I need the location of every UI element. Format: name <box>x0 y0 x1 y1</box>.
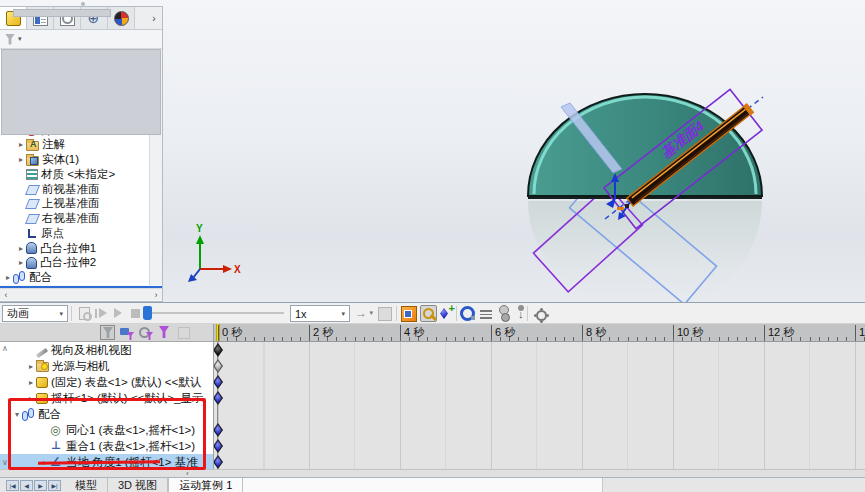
playback-speed-value: 1x <box>295 308 307 320</box>
annotations-icon <box>26 141 39 151</box>
tree-item-label: 前视基准面 <box>42 182 100 197</box>
keyframe-diamond[interactable] <box>213 359 223 373</box>
keyframe-diamond[interactable] <box>213 455 223 469</box>
gravity-button[interactable] <box>512 305 529 322</box>
expand-arrow-icon[interactable]: ▸ <box>26 362 36 371</box>
hscroll-right-arrow[interactable]: › <box>150 290 162 300</box>
keyframe-diamond[interactable] <box>213 375 223 389</box>
boss-extrude-icon <box>26 257 37 269</box>
displaymanager-icon <box>114 11 129 26</box>
tab-nav-buttons: |◀◀▶▶| <box>0 478 65 492</box>
orientation-icon <box>36 347 48 357</box>
timeline-hscroll-strip[interactable]: ‹ <box>0 469 865 477</box>
motion-study-properties-button[interactable] <box>531 305 548 322</box>
expand-arrow-icon[interactable]: ▸ <box>16 155 26 164</box>
triad-y-label: Y <box>196 223 203 234</box>
timeline-area[interactable] <box>213 342 865 470</box>
tab-3D视图[interactable]: 3D 视图 <box>108 478 168 492</box>
tree-item-label: 上视基准面 <box>42 197 100 212</box>
calculate-button[interactable] <box>76 305 92 321</box>
motion-toolbar: 动画 ▾ 1x ▾ <box>0 303 865 324</box>
playback-mode-button[interactable] <box>354 305 371 322</box>
tree-item[interactable]: 右视基准面 <box>0 211 149 226</box>
tab-模型[interactable]: 模型 <box>65 478 108 492</box>
stop-button[interactable] <box>127 305 143 321</box>
tree-item[interactable]: 上视基准面 <box>0 197 149 212</box>
panel-tab-displaymanager[interactable] <box>108 7 135 29</box>
timeline-ruler[interactable]: 0 秒2 秒4 秒6 秒8 秒10 秒12 秒14 秒 <box>213 324 865 342</box>
play-button[interactable] <box>110 305 126 321</box>
tree-item[interactable]: 材质 <未指定> <box>0 167 149 182</box>
tree-item[interactable]: ▸实体(1) <box>0 152 149 167</box>
material-icon <box>26 169 38 180</box>
add-key-button[interactable] <box>438 305 455 322</box>
filter-animated-button[interactable] <box>119 325 134 340</box>
motion-tree-row[interactable]: ▸光源与相机 <box>0 358 213 374</box>
next-tab-button[interactable]: ▶ <box>34 480 47 491</box>
filter-funnel-icon[interactable] <box>5 34 15 45</box>
expand-arrow-icon[interactable]: ▸ <box>16 244 26 253</box>
filter-results-button[interactable] <box>176 325 191 340</box>
ruler-tick-label: 8 秒 <box>582 325 606 341</box>
expand-arrow-icon[interactable]: ▸ <box>16 258 26 267</box>
vscrollbar-thumb[interactable] <box>1 49 161 135</box>
reference-triad: Y X <box>188 223 241 282</box>
hscrollbar-thumb[interactable] <box>13 9 111 17</box>
ruler-tick-label: 10 秒 <box>673 325 703 341</box>
featuremanager-panel: › ▾ 基准面5▸(固定) 表盘<1> (默认) <<默认▾摇杆<1> (默认)… <box>0 6 163 302</box>
tree-scroll-down-arrow[interactable]: ∨ <box>2 458 8 467</box>
tree-item-label: 凸台-拉伸2 <box>40 256 96 271</box>
viewport-canvas[interactable]: 基准面4 Y X <box>163 0 865 302</box>
tree-item[interactable]: 前视基准面 <box>0 182 149 197</box>
motion-tree-row[interactable]: 视向及相机视图 <box>0 342 213 358</box>
combo-caret-icon: ▾ <box>59 310 63 318</box>
timebar-slider[interactable] <box>142 306 286 320</box>
playback-speed-select[interactable]: 1x ▾ <box>290 305 350 322</box>
part-icon <box>36 377 48 388</box>
more-tabs-arrow[interactable]: › <box>146 7 162 29</box>
spring-button[interactable] <box>478 305 495 322</box>
play-from-start-button[interactable] <box>93 305 109 321</box>
hscroll-left-arrow[interactable]: ‹ <box>0 290 12 300</box>
filter-all-button[interactable] <box>100 325 115 340</box>
expand-arrow-icon[interactable]: ▸ <box>26 378 36 387</box>
motor-button[interactable] <box>459 305 476 322</box>
tree-item[interactable]: ▸注解 <box>0 138 149 153</box>
feature-tree-hscrollbar[interactable]: ‹ › <box>0 288 162 300</box>
keyframe-diamond[interactable] <box>213 439 223 453</box>
combo-caret-icon: ▾ <box>341 310 345 318</box>
keyframe-diamond[interactable] <box>213 391 223 405</box>
first-tab-button[interactable]: |◀ <box>6 480 19 491</box>
study-type-select[interactable]: 动画 ▾ <box>2 305 68 322</box>
tree-item[interactable]: ▸配合 <box>0 270 149 285</box>
slider-thumb[interactable] <box>143 306 152 320</box>
tab-运动算例1[interactable]: 运动算例 1 <box>168 478 243 492</box>
filter-driving-button[interactable] <box>138 325 153 340</box>
save-animation-button[interactable] <box>376 305 393 322</box>
document-tab-bar: |◀◀▶▶| 模型3D 视图运动算例 1 <box>0 477 865 492</box>
annotation-rect <box>8 398 206 470</box>
animation-wizard-button[interactable] <box>400 305 417 322</box>
plane-icon <box>26 197 39 210</box>
solidworks-window: 基准面4 Y X <box>0 0 865 492</box>
filter-caret-icon[interactable]: ▾ <box>18 35 22 43</box>
mates-icon <box>13 271 26 284</box>
tree-item-label: 材质 <未指定> <box>41 167 115 182</box>
filter-selected-button[interactable] <box>157 325 172 340</box>
last-tab-button[interactable]: ▶| <box>48 480 61 491</box>
previous-tab-button[interactable]: ◀ <box>20 480 33 491</box>
keyframe-diamond[interactable] <box>213 343 223 357</box>
tree-item[interactable]: 原点 <box>0 226 149 241</box>
tree-item[interactable]: ▸凸台-拉伸1 <box>0 241 149 256</box>
keyframe-diamond[interactable] <box>213 423 223 437</box>
tree-item-label: 注解 <box>42 138 65 153</box>
ruler-tick-label: 6 秒 <box>491 325 515 341</box>
motion-tree-row[interactable]: ▸(固定) 表盘<1> (默认) <<默认 <box>0 374 213 390</box>
expand-arrow-icon[interactable]: ▸ <box>3 273 13 282</box>
tree-item[interactable]: ▸凸台-拉伸2 <box>0 256 149 271</box>
autokey-button[interactable] <box>420 305 437 322</box>
tree-filter-bar: ▾ <box>0 30 162 49</box>
contact-button[interactable] <box>496 305 513 322</box>
expand-arrow-icon[interactable]: ▸ <box>16 140 26 149</box>
tree-scroll-up-arrow[interactable]: ∧ <box>2 344 8 353</box>
